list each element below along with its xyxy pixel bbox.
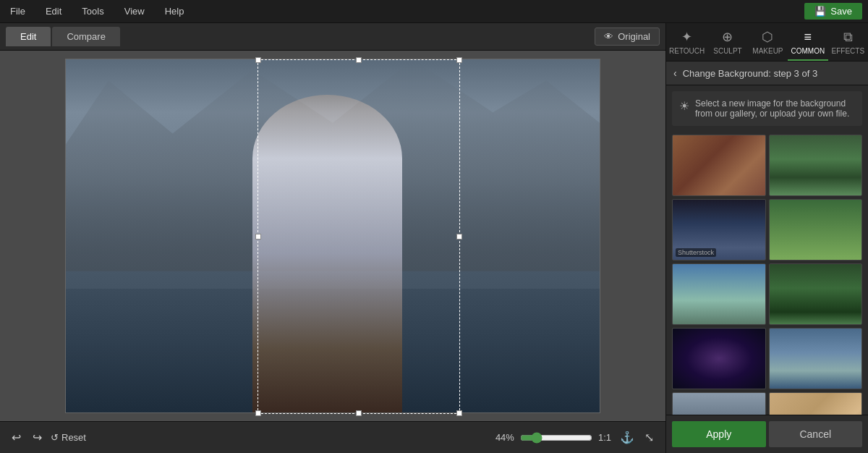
canvas-image — [65, 59, 600, 413]
tab-sculpt[interactable]: ⊕ SCULPT — [707, 23, 747, 61]
main-area: Edit Compare 👁 Original — [0, 23, 868, 453]
effects-icon: ⧉ — [843, 30, 853, 45]
zoom-area: 44% 1:1 ⚓ ⤡ — [495, 428, 657, 447]
gallery-thumb-2[interactable] — [769, 135, 863, 196]
action-bar: Apply Cancel — [666, 415, 868, 453]
menu-bar: File Edit Tools View Help 💾 Save — [0, 0, 868, 23]
retouch-icon: ✦ — [681, 29, 692, 45]
reset-button[interactable]: ↺ Reset — [51, 432, 86, 443]
step-label: Change Background: step 3 of 3 — [683, 68, 817, 79]
reset-icon: ↺ — [51, 432, 59, 443]
gallery-thumb-3[interactable]: Shutterstock — [672, 199, 766, 261]
zoom-ratio: 1:1 — [598, 432, 611, 443]
right-panel: ✦ RETOUCH ⊕ SCULPT ⬡ MAKEUP ≡ COMMON ⧉ E… — [665, 23, 868, 453]
redo-button[interactable]: ↪ — [30, 428, 45, 447]
tab-retouch[interactable]: ✦ RETOUCH — [666, 23, 707, 61]
gallery-thumb-4[interactable] — [769, 199, 863, 261]
back-arrow-icon[interactable]: ‹ — [673, 67, 677, 79]
canvas-area: Edit Compare 👁 Original — [0, 23, 665, 453]
gallery-thumb-10[interactable] — [769, 392, 863, 415]
common-icon: ≡ — [804, 30, 812, 45]
gallery-thumb-8[interactable] — [769, 328, 863, 389]
menu-view[interactable]: View — [120, 4, 149, 18]
menu-help[interactable]: Help — [161, 4, 189, 18]
gallery-thumb-9[interactable] — [672, 392, 766, 415]
hint-box: ☀ Select a new image for the background … — [672, 91, 862, 126]
eye-icon: 👁 — [604, 31, 613, 42]
panel-tabs: ✦ RETOUCH ⊕ SCULPT ⬡ MAKEUP ≡ COMMON ⧉ E… — [666, 23, 868, 62]
zoom-value: 44% — [495, 432, 514, 443]
original-button[interactable]: 👁 Original — [595, 27, 660, 46]
bottom-toolbar: ↩ ↪ ↺ Reset 44% 1:1 ⚓ ⤡ — [0, 421, 665, 453]
sculpt-icon: ⊕ — [722, 29, 733, 45]
menu-tools[interactable]: Tools — [77, 4, 108, 18]
anchor-button[interactable]: ⚓ — [617, 428, 637, 447]
canvas-container[interactable] — [0, 51, 665, 421]
tab-common[interactable]: ≡ COMMON — [788, 23, 827, 61]
menu-edit[interactable]: Edit — [41, 4, 66, 18]
gallery-thumb-6[interactable] — [769, 263, 863, 325]
menu-file[interactable]: File — [6, 4, 30, 18]
gallery-thumb-5[interactable] — [672, 263, 766, 325]
gallery-thumb-1[interactable] — [672, 135, 766, 196]
makeup-icon: ⬡ — [762, 29, 773, 45]
save-icon: 💾 — [814, 6, 826, 17]
tab-compare[interactable]: Compare — [52, 27, 119, 46]
fullscreen-button[interactable]: ⤡ — [642, 428, 657, 447]
gallery-thumb-7[interactable] — [672, 328, 766, 389]
tab-edit[interactable]: Edit — [6, 27, 51, 46]
back-navigation: ‹ Change Background: step 3 of 3 — [666, 62, 868, 85]
gallery-grid: Shutterstock — [666, 132, 868, 415]
zoom-slider[interactable] — [520, 432, 592, 444]
tab-effects[interactable]: ⧉ EFFECTS — [828, 23, 868, 61]
undo-button[interactable]: ↩ — [9, 428, 24, 447]
save-button[interactable]: 💾 Save — [804, 3, 862, 20]
hint-text: Select a new image for the background fr… — [695, 98, 855, 119]
cancel-button[interactable]: Cancel — [769, 421, 863, 447]
tab-makeup[interactable]: ⬡ MAKEUP — [748, 23, 788, 61]
apply-button[interactable]: Apply — [672, 421, 766, 447]
hint-icon: ☀ — [679, 99, 689, 113]
bottom-right-icons: ⚓ ⤡ — [617, 428, 657, 447]
edit-bar: Edit Compare 👁 Original — [0, 23, 665, 51]
